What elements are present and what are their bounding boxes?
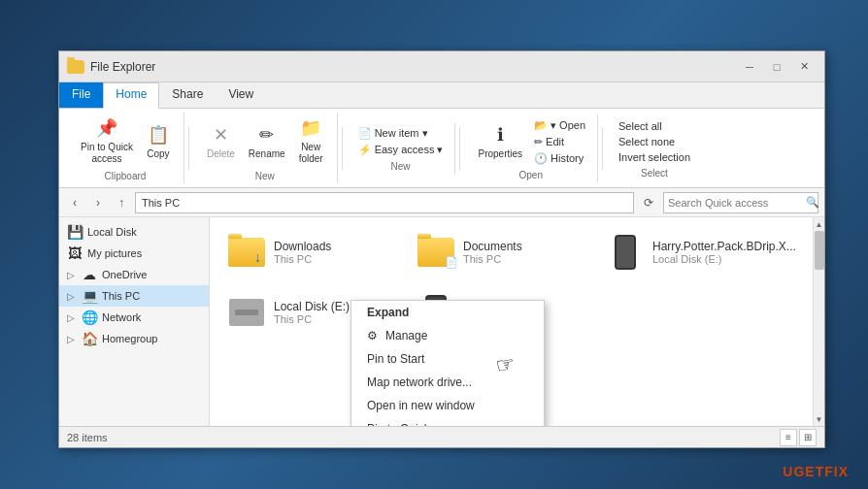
open-label: ▾ Open <box>551 119 585 132</box>
ctx-pin-start[interactable]: Pin to Start <box>351 347 544 371</box>
invert-selection-label: Invert selection <box>618 151 690 163</box>
new-folder-button[interactable]: 📁 Newfolder <box>293 114 329 167</box>
local-disk-icon: 💾 <box>67 224 83 240</box>
ctx-open-new-window[interactable]: Open in new window <box>351 394 544 417</box>
list-view-button[interactable]: ≡ <box>780 429 797 446</box>
sidebar-item-network[interactable]: ▷ 🌐 Network <box>59 307 209 328</box>
file-item-harry-potter[interactable]: Harry.Potter.Pack.BDrip.X... Local Disk … <box>598 227 778 277</box>
watermark: UGETFIX <box>783 464 849 479</box>
new-folder-icon: 📁 <box>299 116 322 140</box>
refresh-button[interactable]: ⟳ <box>638 192 659 213</box>
ctx-map-network-label: Map network drive... <box>367 375 472 389</box>
organize-buttons: ✕ Delete ✏ Rename 📁 Newfolder <box>201 114 329 167</box>
grid-view-button[interactable]: ⊞ <box>799 429 817 446</box>
sidebar-item-my-pictures[interactable]: 🖼 My pictures <box>59 243 209 264</box>
file-explorer-window: File Explorer ─ □ ✕ File Home Share View… <box>58 50 825 448</box>
back-button[interactable]: ‹ <box>65 193 84 212</box>
up-button[interactable]: ↑ <box>112 193 131 212</box>
address-path: This PC <box>142 197 180 209</box>
view-buttons: ≡ ⊞ <box>780 429 817 446</box>
ctx-expand[interactable]: Expand <box>351 301 544 324</box>
manage-icon: ⚙ <box>367 329 378 342</box>
documents-subtitle: This PC <box>463 253 522 265</box>
ribbon-group-clipboard: 📌 Pin to Quickaccess 📋 Copy Clipboard <box>67 113 184 183</box>
this-pc-icon: 💻 <box>82 288 97 304</box>
scroll-thumb[interactable] <box>815 231 824 270</box>
search-box: 🔍 <box>663 192 818 213</box>
window-title: File Explorer <box>90 60 155 74</box>
minimize-button[interactable]: ─ <box>737 57 762 77</box>
network-expand: ▷ <box>67 312 75 323</box>
ctx-map-network[interactable]: Map network drive... <box>351 371 544 394</box>
homegroup-icon: 🏠 <box>82 331 97 346</box>
maximize-button[interactable]: □ <box>764 57 789 77</box>
easy-access-icon: ⚡ <box>358 144 372 156</box>
scroll-up-arrow[interactable]: ▲ <box>814 217 825 231</box>
scroll-down-arrow[interactable]: ▼ <box>814 412 825 426</box>
sidebar-network-label: Network <box>102 311 141 323</box>
ctx-pin-quick[interactable]: Pin to Quick access <box>351 417 544 426</box>
sidebar-item-onedrive[interactable]: ▷ ☁ OneDrive <box>59 264 209 285</box>
tab-home[interactable]: Home <box>103 82 159 109</box>
title-left: File Explorer <box>67 60 155 74</box>
clipboard-buttons: 📌 Pin to Quickaccess 📋 Copy <box>75 114 176 167</box>
copy-button[interactable]: 📋 Copy <box>141 121 176 161</box>
close-button[interactable]: ✕ <box>791 57 817 77</box>
select-all-button[interactable]: Select all <box>615 119 694 133</box>
new-item-icon: 📄 <box>358 127 372 140</box>
select-none-label: Select none <box>618 136 675 147</box>
sidebar-item-local-disk[interactable]: 💾 Local Disk <box>59 221 209 243</box>
ctx-manage[interactable]: ⚙ Manage <box>351 324 544 347</box>
file-item-documents[interactable]: 📄 Documents This PC <box>409 227 588 277</box>
ribbon-group-organize: ✕ Delete ✏ Rename 📁 Newfolder New <box>193 113 338 183</box>
file-item-downloads[interactable]: Downloads This PC <box>219 227 399 277</box>
ribbon-group-new: 📄 New item ▾ ⚡ Easy access ▾ New <box>347 123 456 174</box>
history-button[interactable]: 🕐 History <box>530 151 589 166</box>
select-none-button[interactable]: Select none <box>615 135 694 148</box>
pin-icon: 📌 <box>95 116 118 140</box>
tab-view[interactable]: View <box>216 82 266 108</box>
open-group-label: Open <box>519 170 543 180</box>
ribbon-content: 📌 Pin to Quickaccess 📋 Copy Clipboard ✕ <box>59 108 824 187</box>
tab-share[interactable]: Share <box>159 82 216 108</box>
address-field[interactable]: This PC <box>135 192 634 213</box>
downloads-icon <box>227 233 266 272</box>
search-icon[interactable]: 🔍 <box>806 193 819 212</box>
rename-button[interactable]: ✏ Rename <box>243 121 291 161</box>
sidebar: 💾 Local Disk 🖼 My pictures ▷ ☁ OneDrive … <box>59 217 210 426</box>
new-item-button[interactable]: 📄 New item ▾ <box>354 126 448 141</box>
new-item-label: New item ▾ <box>375 127 428 140</box>
open-buttons: ℹ Properties 📂 ▾ Open ✏ Edit � <box>472 116 589 166</box>
content-area: Downloads This PC 📄 Documents This P <box>210 217 824 426</box>
tab-file[interactable]: File <box>59 82 103 108</box>
sidebar-my-pictures-label: My pictures <box>87 247 142 259</box>
sidebar-this-pc-label: This PC <box>102 290 140 302</box>
sidebar-item-this-pc[interactable]: ▷ 💻 This PC <box>59 285 209 307</box>
delete-button[interactable]: ✕ Delete <box>201 121 241 161</box>
sidebar-item-homegroup[interactable]: ▷ 🏠 Homegroup <box>59 328 209 349</box>
search-input[interactable] <box>664 197 806 209</box>
forward-button[interactable]: › <box>88 193 108 212</box>
divider-4 <box>602 127 603 170</box>
local-disk-e-info: Local Disk (E:) This PC <box>274 300 350 325</box>
edit-label: Edit <box>546 136 564 147</box>
homegroup-expand: ▷ <box>67 334 75 344</box>
open-button[interactable]: 📂 ▾ Open <box>530 118 589 133</box>
delete-icon: ✕ <box>209 123 232 147</box>
delete-label: Delete <box>207 148 235 159</box>
ctx-manage-label: Manage <box>385 329 427 342</box>
pin-quick-access-button[interactable]: 📌 Pin to Quickaccess <box>75 114 139 167</box>
edit-button[interactable]: ✏ Edit <box>530 135 589 149</box>
edit-icon: ✏ <box>534 136 543 148</box>
sidebar-homegroup-label: Homegroup <box>102 333 157 344</box>
harry-potter-name: Harry.Potter.Pack.BDrip.X... <box>652 240 796 253</box>
invert-selection-button[interactable]: Invert selection <box>615 150 694 164</box>
ctx-open-new-window-label: Open in new window <box>367 399 475 412</box>
properties-label: Properties <box>478 148 522 159</box>
easy-access-button[interactable]: ⚡ Easy access ▾ <box>354 143 448 157</box>
rename-icon: ✏ <box>255 123 279 147</box>
properties-button[interactable]: ℹ Properties <box>472 121 528 161</box>
open-icon: 📂 <box>534 119 548 132</box>
harry-potter-info: Harry.Potter.Pack.BDrip.X... Local Disk … <box>652 240 796 265</box>
ribbon-group-open: ℹ Properties 📂 ▾ Open ✏ Edit � <box>464 114 598 182</box>
